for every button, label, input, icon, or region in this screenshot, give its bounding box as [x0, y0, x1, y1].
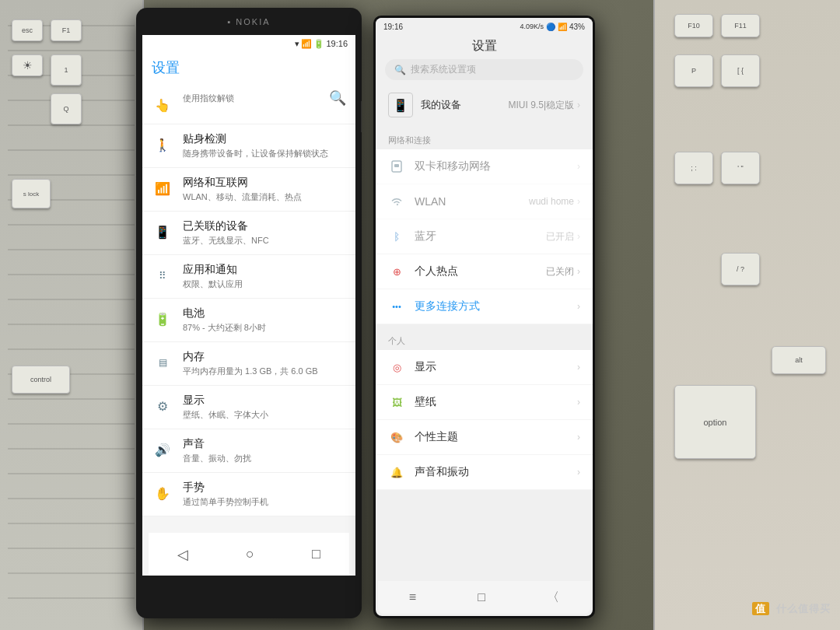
miui-item-wlan[interactable]: WLAN wudi home › [376, 184, 593, 219]
settings-item-memory[interactable]: ▤ 内存 平均内存用量为 1.3 GB，共 6.0 GB [142, 342, 355, 386]
miui-nav-menu[interactable]: ≡ [409, 590, 416, 604]
keyboard-right: F10 F11 P [ { ; : ' " / ? alt option [653, 0, 840, 630]
display-icon: ⚙ [152, 395, 173, 417]
settings-item-devices[interactable]: 📱 已关联的设备 蓝牙、无线显示、NFC [142, 212, 355, 255]
miui-status-bar: 19:16 4.09K/s 🔵 📶 43% [376, 18, 593, 35]
slash-key[interactable]: / ? [721, 253, 760, 285]
sim-icon [388, 158, 405, 175]
sim-chevron: › [577, 161, 580, 172]
battery-icon: 🔋 [152, 308, 173, 330]
miui-item-sound[interactable]: 🔔 声音和振动 › [376, 455, 593, 490]
settings-text-memory: 内存 平均内存用量为 1.3 GB，共 6.0 GB [183, 350, 346, 377]
miui-network-section-header: 网络和连接 [376, 130, 593, 149]
nokia-signal-icon: 📶 [301, 39, 312, 49]
miui-item-bluetooth-right: 已开启 › [546, 230, 580, 243]
miui-nav-back[interactable]: 〈 [547, 590, 559, 606]
settings-item-sound[interactable]: 🔊 声音 音量、振动、勿扰 [142, 429, 355, 473]
miui-personal-section-header: 个人 [376, 331, 593, 350]
wifi-icon: 📶 [152, 177, 173, 199]
miui-settings-title: 设置 [376, 35, 593, 59]
miui-nav-home[interactable]: □ [478, 590, 485, 604]
settings-item-network[interactable]: 📶 网络和互联网 WLAN、移动、流量消耗、热点 [142, 168, 355, 212]
settings-text-display: 显示 壁纸、休眠、字体大小 [183, 394, 346, 421]
settings-item-battery[interactable]: 🔋 电池 87% - 大约还剩 8小时 [142, 299, 355, 342]
miui-item-display-left: ◎ 显示 [388, 359, 436, 376]
settings-item-fingerprint[interactable]: 👆 使用指纹解锁 [142, 85, 355, 124]
nokia-nav-home[interactable]: ○ [246, 546, 254, 562]
section-gap-2 [376, 324, 593, 331]
settings-text-sound: 声音 音量、振动、勿扰 [183, 437, 346, 464]
nokia-time: 19:16 [326, 39, 348, 48]
brightness-key[interactable]: ☀ [12, 54, 43, 76]
miui-item-wlan-right: wudi home › [529, 196, 580, 207]
semicolon-key[interactable]: ; : [674, 152, 713, 184]
memory-icon: ▤ [152, 352, 173, 373]
q-key[interactable]: Q [51, 93, 82, 124]
wlan-chevron: › [577, 196, 580, 207]
svg-rect-1 [394, 164, 399, 167]
miui-nav-bar: ≡ □ 〈 [378, 581, 590, 614]
miui-item-hotspot[interactable]: ⊕ 个人热点 已关闭 › [376, 254, 593, 289]
miui-item-themes-right: › [577, 432, 580, 443]
settings-item-pocket[interactable]: 🚶 贴身检测 随身携带设备时，让设备保持解锁状态 [142, 124, 355, 168]
nokia-search-icon[interactable]: 🔍 [329, 89, 346, 107]
miui-item-display-right: › [577, 362, 580, 373]
esc-key[interactable]: esc [12, 19, 43, 41]
settings-item-apps[interactable]: ⠿ 应用和通知 权限、默认应用 [142, 255, 355, 299]
sound-miui-icon: 🔔 [388, 464, 405, 481]
miui-item-sim[interactable]: 双卡和移动网络 › [376, 149, 593, 184]
miui-device-icon: 📱 [388, 93, 413, 117]
num1-key[interactable]: 1 [51, 54, 82, 86]
p-key[interactable]: P [674, 54, 713, 87]
f11-key[interactable]: F11 [721, 14, 760, 37]
miui-item-sim-right: › [577, 161, 580, 172]
miui-item-wallpaper-left: 🖼 壁纸 [388, 394, 436, 411]
themes-icon: 🎨 [388, 429, 405, 446]
slock-key[interactable]: s lock [12, 179, 51, 208]
miui-my-device-row[interactable]: 📱 我的设备 MIUI 9.5|稳定版 › [376, 86, 593, 124]
hotspot-chevron: › [577, 266, 580, 277]
sound-icon: 🔊 [152, 439, 173, 460]
miui-item-wallpaper[interactable]: 🖼 壁纸 › [376, 385, 593, 420]
settings-text-network: 网络和互联网 WLAN、移动、流量消耗、热点 [183, 176, 346, 203]
miui-item-sim-left: 双卡和移动网络 [388, 158, 491, 175]
settings-text-pocket: 贴身检测 随身携带设备时，让设备保持解锁状态 [183, 132, 346, 159]
nokia-side-button[interactable] [361, 101, 362, 132]
quote-key[interactable]: ' " [721, 152, 760, 184]
option-key-label: option [704, 418, 727, 427]
alt-key[interactable]: alt [772, 346, 826, 374]
nokia-nav-back[interactable]: ◁ [177, 546, 188, 563]
brand-watermark: 值 什么值得买 [752, 602, 831, 616]
xiaomi-phone: 19:16 4.09K/s 🔵 📶 43% 设置 🔍 搜索系统设置项 📱 我的设… [373, 16, 595, 618]
lbrace-key[interactable]: [ { [721, 54, 760, 87]
display-miui-icon: ◎ [388, 359, 405, 376]
nokia-nav-recent[interactable]: □ [312, 546, 320, 562]
option-key[interactable]: option [674, 385, 756, 459]
devices-icon: 📱 [152, 221, 173, 243]
settings-item-gesture[interactable]: ✋ 手势 通过简单手势控制手机 [142, 473, 355, 516]
control-key[interactable]: control [12, 366, 70, 394]
wallpaper-chevron: › [577, 397, 580, 408]
bt-chevron: › [577, 231, 580, 242]
keyboard-left: esc F1 ☀ 1 Q s lock control [0, 0, 144, 630]
miui-item-bluetooth[interactable]: ᛒ 蓝牙 已开启 › [376, 219, 593, 254]
settings-text-fingerprint: 使用指纹解锁 [183, 93, 346, 104]
brand-prefix: 值 [752, 602, 769, 615]
miui-item-wlan-left: WLAN [388, 193, 446, 210]
settings-text-gesture: 手势 通过简单手势控制手机 [183, 481, 346, 508]
f1-key[interactable]: F1 [51, 19, 82, 41]
miui-item-themes-left: 🎨 个性主题 [388, 429, 458, 446]
display-chevron: › [577, 362, 580, 373]
f10-key[interactable]: F10 [674, 14, 713, 37]
nokia-status-bar: ▾ 📶 🔋 19:16 [142, 35, 355, 52]
miui-time: 19:16 [383, 23, 403, 31]
section-gap-1 [376, 124, 593, 130]
miui-item-display[interactable]: ◎ 显示 › [376, 350, 593, 385]
miui-search-bar[interactable]: 🔍 搜索系统设置项 [385, 59, 583, 80]
settings-item-display[interactable]: ⚙ 显示 壁纸、休眠、字体大小 [142, 386, 355, 429]
miui-item-themes[interactable]: 🎨 个性主题 › [376, 420, 593, 455]
miui-item-more-connections[interactable]: ••• 更多连接方式 › [376, 289, 593, 324]
miui-item-bluetooth-left: ᛒ 蓝牙 [388, 228, 436, 245]
miui-item-wallpaper-right: › [577, 397, 580, 408]
nokia-settings-title: 设置 [142, 52, 355, 82]
